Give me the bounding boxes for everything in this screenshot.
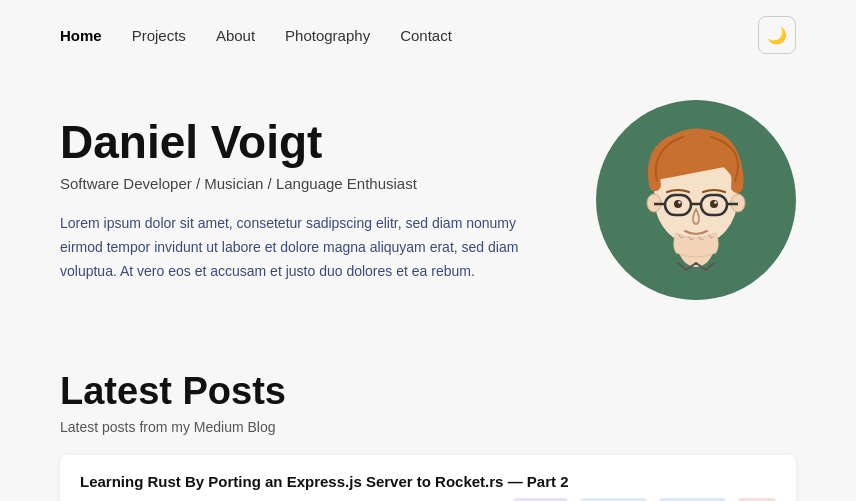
- nav-home[interactable]: Home: [60, 27, 102, 44]
- nav-photography[interactable]: Photography: [285, 27, 370, 44]
- nav-contact[interactable]: Contact: [400, 27, 452, 44]
- nav-links: Home Projects About Photography Contact: [60, 27, 452, 44]
- hero-name: Daniel Voigt: [60, 117, 556, 168]
- post-card[interactable]: Learning Rust By Porting an Express.js S…: [60, 455, 796, 501]
- hero-subtitle: Software Developer / Musician / Language…: [60, 175, 556, 192]
- svg-point-9: [674, 200, 682, 208]
- moon-icon: 🌙: [767, 26, 787, 45]
- svg-point-10: [710, 200, 718, 208]
- nav-projects[interactable]: Projects: [132, 27, 186, 44]
- latest-posts-subtitle: Latest posts from my Medium Blog: [60, 419, 796, 435]
- latest-posts-section: Latest Posts Latest posts from my Medium…: [0, 340, 856, 501]
- svg-point-12: [714, 201, 716, 203]
- nav-about[interactable]: About: [216, 27, 255, 44]
- hero-description: Lorem ipsum dolor sit amet, consetetur s…: [60, 212, 556, 283]
- post-title: Learning Rust By Porting an Express.js S…: [80, 473, 776, 490]
- dark-mode-button[interactable]: 🌙: [758, 16, 796, 54]
- avatar-container: [596, 100, 796, 300]
- hero-text: Daniel Voigt Software Developer / Musici…: [60, 117, 556, 284]
- latest-posts-heading: Latest Posts: [60, 370, 796, 413]
- navbar: Home Projects About Photography Contact …: [0, 0, 856, 70]
- hero-section: Daniel Voigt Software Developer / Musici…: [0, 70, 856, 340]
- avatar-circle: [596, 100, 796, 300]
- svg-point-11: [678, 201, 680, 203]
- avatar-illustration: [611, 115, 781, 285]
